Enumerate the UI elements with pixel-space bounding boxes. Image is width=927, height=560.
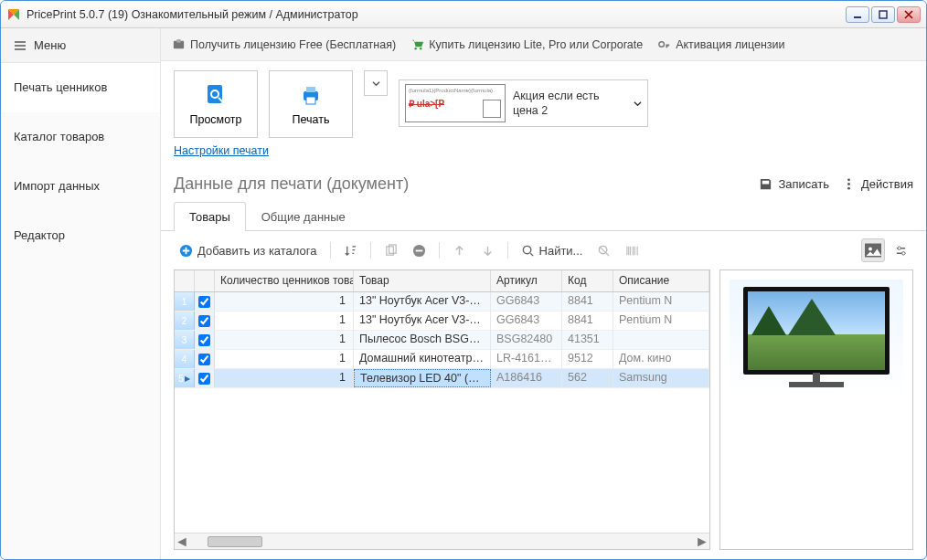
row-checkbox-cell[interactable] — [195, 369, 215, 387]
chevron-down-icon — [372, 79, 380, 88]
cell-qty[interactable]: 1 — [215, 350, 354, 368]
table-row[interactable]: 41Домашний кинотеатр L...LR-41618619512Д… — [175, 350, 709, 369]
cell-sku[interactable]: GG6843 — [491, 292, 562, 311]
section-header: Данные для печати (документ) Записать Де… — [161, 165, 926, 201]
close-button[interactable] — [897, 6, 921, 23]
cell-code[interactable]: 8841 — [562, 312, 613, 330]
col-code[interactable]: Код — [562, 270, 613, 291]
svg-point-15 — [847, 187, 850, 190]
cell-sku[interactable]: LR-4161861 — [491, 350, 562, 368]
cell-code[interactable]: 41351 — [562, 331, 613, 349]
nav-import[interactable]: Импорт данных — [1, 162, 160, 211]
cell-product[interactable]: 13" Ноутбук Acer V3-111... — [354, 312, 491, 330]
print-settings-link[interactable]: Настройки печати — [174, 144, 269, 157]
row-checkbox-cell[interactable] — [195, 350, 215, 368]
cell-code[interactable]: 9512 — [562, 350, 613, 368]
cart-icon — [410, 37, 424, 51]
svg-point-14 — [847, 183, 850, 185]
row-checkbox-cell[interactable] — [195, 331, 215, 349]
tabs: Товары Общие данные — [161, 201, 926, 231]
copy-button[interactable] — [378, 240, 403, 261]
save-button[interactable]: Записать — [759, 177, 829, 191]
cell-desc[interactable] — [613, 331, 709, 349]
table-row[interactable]: 2113" Ноутбук Acer V3-111...GG68438841Pe… — [175, 312, 709, 331]
row-number: 5 — [175, 369, 195, 387]
row-checkbox[interactable] — [198, 334, 210, 346]
table-row[interactable]: 1113" Ноутбук Acer V3-111...GG68438841Pe… — [175, 292, 709, 312]
save-icon — [759, 177, 772, 191]
move-down-button[interactable] — [475, 240, 500, 261]
search-clear-icon — [597, 244, 611, 258]
nav-catalog[interactable]: Каталог товаров — [1, 112, 160, 162]
cell-desc[interactable]: Pentium N — [613, 312, 709, 330]
svg-point-13 — [847, 178, 850, 181]
row-checkbox-cell[interactable] — [195, 312, 215, 330]
cell-code[interactable]: 8841 — [562, 292, 613, 311]
cell-sku[interactable]: GG6843 — [491, 312, 562, 330]
grid-header: Количество ценников товар Товар Артикул … — [175, 270, 709, 292]
cell-qty[interactable]: 1 — [215, 292, 354, 311]
image-preview-toggle[interactable] — [861, 238, 885, 262]
sort-button[interactable] — [338, 240, 363, 261]
cell-qty[interactable]: 1 — [215, 331, 354, 349]
row-checkbox[interactable] — [198, 296, 210, 308]
cell-qty[interactable]: 1 — [215, 369, 354, 387]
titlebar[interactable]: PricePrint 5.0.7 (19) Ознакомительный ре… — [1, 1, 926, 28]
license-activate-link[interactable]: Активация лицензии — [657, 37, 784, 51]
svg-rect-12 — [306, 97, 315, 104]
nav-editor[interactable]: Редактор — [1, 211, 160, 260]
cell-product[interactable]: Домашний кинотеатр L... — [354, 350, 491, 368]
sliders-icon — [894, 244, 908, 258]
cell-sku[interactable]: A186416 — [491, 369, 562, 387]
cell-code[interactable]: 562 — [562, 369, 613, 387]
row-checkbox[interactable] — [198, 315, 210, 327]
svg-rect-0 — [854, 16, 861, 18]
maximize-button[interactable] — [871, 6, 895, 23]
menu-label: Меню — [34, 38, 66, 52]
preview-button[interactable]: Просмотр — [174, 70, 258, 138]
col-qty[interactable]: Количество ценников товар — [215, 270, 354, 291]
h-scrollbar[interactable]: ◄► — [175, 533, 709, 549]
cell-product[interactable]: 13" Ноутбук Acer V3-111... — [354, 292, 491, 311]
license-buy-link[interactable]: Купить лицензию Lite, Pro или Corporate — [410, 37, 643, 51]
svg-rect-3 — [176, 39, 182, 43]
cell-desc[interactable]: Samsung — [613, 369, 709, 387]
template-name: Акция если есть цена 2 — [513, 89, 623, 119]
print-dropdown-button[interactable] — [364, 70, 388, 96]
settings-toggle[interactable] — [889, 240, 913, 261]
cell-desc[interactable]: Pentium N — [613, 292, 709, 311]
col-desc[interactable]: Описание — [613, 270, 709, 291]
tab-products[interactable]: Товары — [174, 202, 246, 231]
template-selector[interactable]: {formula1}{ProductName}{formula} ₽ ula>[… — [399, 79, 648, 127]
cell-desc[interactable]: Дом. кино — [613, 350, 709, 368]
cell-product[interactable]: Телевизор LED 40" (101... — [354, 369, 491, 387]
grid-body[interactable]: 1113" Ноутбук Acer V3-111...GG68438841Pe… — [175, 292, 709, 533]
col-product[interactable]: Товар — [354, 270, 491, 291]
col-sku[interactable]: Артикул — [491, 270, 562, 291]
delete-button[interactable] — [407, 240, 432, 261]
badge-icon — [172, 37, 186, 51]
cell-sku[interactable]: BSG82480 — [491, 331, 562, 349]
nav-print-labels[interactable]: Печать ценников — [1, 63, 160, 112]
tab-common-data[interactable]: Общие данные — [246, 202, 361, 231]
minus-circle-icon — [412, 244, 426, 258]
barcode-button[interactable] — [620, 240, 645, 261]
license-free-link[interactable]: Получить лицензию Free (Бесплатная) — [172, 37, 396, 51]
menu-button[interactable]: Меню — [1, 28, 160, 63]
table-row[interactable]: 51Телевизор LED 40" (101...A186416562Sam… — [175, 369, 709, 388]
row-checkbox[interactable] — [198, 373, 210, 385]
image-icon — [862, 239, 884, 261]
print-button[interactable]: Печать — [269, 70, 353, 138]
product-grid[interactable]: Количество ценников товар Товар Артикул … — [174, 269, 710, 550]
table-row[interactable]: 31Пылесос Bosch BSG824...BSG8248041351 — [175, 331, 709, 350]
minimize-button[interactable] — [846, 6, 869, 23]
clear-search-button[interactable] — [591, 240, 616, 261]
cell-product[interactable]: Пылесос Bosch BSG824... — [354, 331, 491, 349]
actions-menu[interactable]: Действия — [842, 177, 913, 191]
row-checkbox-cell[interactable] — [195, 292, 215, 311]
row-checkbox[interactable] — [198, 354, 210, 365]
search-button[interactable]: Найти... — [516, 240, 589, 261]
move-up-button[interactable] — [447, 240, 472, 261]
add-from-catalog-button[interactable]: Добавить из каталога — [174, 240, 323, 261]
cell-qty[interactable]: 1 — [215, 312, 354, 330]
